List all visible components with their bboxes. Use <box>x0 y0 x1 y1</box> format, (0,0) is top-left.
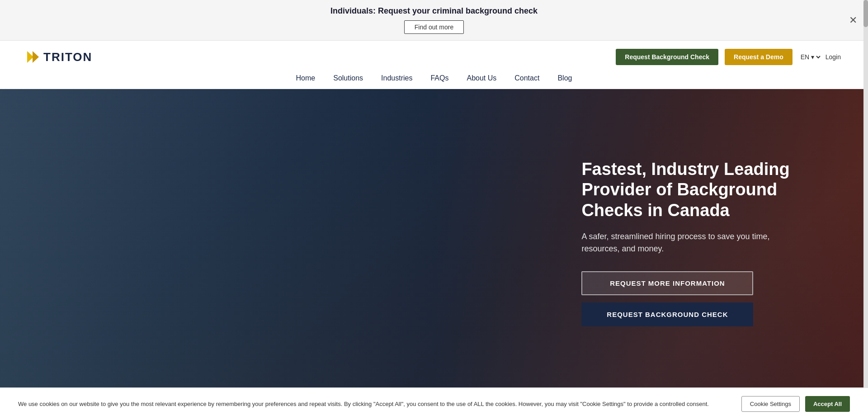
nav-home[interactable]: Home <box>296 74 316 82</box>
nav-industries[interactable]: Industries <box>381 74 412 82</box>
logo-arrow-2-icon <box>33 51 39 63</box>
nav-about[interactable]: About Us <box>467 74 496 82</box>
header-top-row: TRITON Request Background Check Request … <box>27 41 841 70</box>
nav-contact[interactable]: Contact <box>514 74 539 82</box>
banner-close-button[interactable]: ✕ <box>849 15 857 25</box>
cookie-settings-button[interactable]: Cookie Settings <box>741 396 800 396</box>
accept-all-button[interactable]: Accept All <box>805 396 850 396</box>
scrollbar[interactable] <box>863 0 868 396</box>
language-select[interactable]: EN ▾ FR <box>799 53 822 61</box>
main-nav: Home Solutions Industries FAQs About Us … <box>27 70 841 89</box>
lang-login-group: EN ▾ FR Login <box>799 53 841 61</box>
cookie-actions: Cookie Settings Accept All <box>741 396 850 396</box>
cookie-banner: We use cookies on our website to give yo… <box>0 387 868 396</box>
logo[interactable]: TRITON <box>27 50 92 64</box>
find-out-more-button[interactable]: Find out more <box>404 20 464 34</box>
request-info-button[interactable]: REQUEST MORE INFORMATION <box>581 271 753 295</box>
hero-subtitle: A safer, streamlined hiring process to s… <box>581 231 798 255</box>
scrollbar-thumb[interactable] <box>863 0 868 27</box>
site-header: TRITON Request Background Check Request … <box>0 41 868 89</box>
banner-title: Individuals: Request your criminal backg… <box>27 6 841 16</box>
hero-title: Fastest, Industry Leading Provider of Ba… <box>581 159 798 221</box>
hero-content: Fastest, Industry Leading Provider of Ba… <box>581 159 798 327</box>
hero-section: Fastest, Industry Leading Provider of Ba… <box>0 89 868 396</box>
header-bg-check-button[interactable]: Request Background Check <box>616 49 718 65</box>
header-actions: Request Background Check Request a Demo … <box>616 49 841 65</box>
login-link[interactable]: Login <box>826 53 841 61</box>
logo-text: TRITON <box>43 50 92 64</box>
nav-faqs[interactable]: FAQs <box>430 74 448 82</box>
nav-blog[interactable]: Blog <box>557 74 572 82</box>
header-demo-button[interactable]: Request a Demo <box>725 49 793 65</box>
nav-solutions[interactable]: Solutions <box>333 74 363 82</box>
top-banner: Individuals: Request your criminal backg… <box>0 0 868 41</box>
logo-arrows-icon <box>27 51 39 63</box>
request-bg-check-button[interactable]: REQUEST BACKGROUND CHECK <box>581 302 753 326</box>
